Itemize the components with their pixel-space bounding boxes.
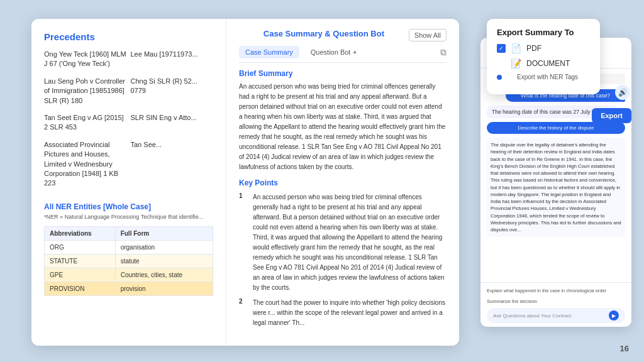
suggestion-2[interactable]: Summarize the decision [487, 297, 625, 305]
export-option-doc[interactable]: 📝 DOCUMENT [497, 58, 590, 69]
brief-summary-text: An accused person who was being tried fo… [239, 82, 447, 172]
pdf-checkbox[interactable]: ✓ [497, 44, 506, 53]
ner-abbr: ORG [45, 240, 116, 254]
ner-abbr: STATUTE [45, 254, 116, 268]
precedents-list: Ong Yew Teck [1960] MLM J 67 ('Ong Yew T… [44, 50, 213, 192]
ner-full: organisation [115, 240, 213, 254]
page-number: 16 [620, 344, 629, 353]
pdf-label: PDF [526, 44, 541, 53]
mini-input-row: Ask Questions about Your Contract ▶ [487, 308, 625, 323]
list-item: Tan Seet Eng v AG [2015] 2 SLR 453 [44, 113, 127, 133]
send-button[interactable]: ▶ [609, 310, 619, 321]
ner-full: statute [115, 254, 213, 268]
tab-case-summary[interactable]: Case Summary [239, 46, 299, 58]
ner-full: provision [115, 282, 213, 295]
list-item: Chng Si SLR (R) 52... 0779 [131, 77, 214, 106]
mini-panel-body: You may ask question about the case here… [480, 69, 631, 301]
table-row: PROVISION provision [45, 282, 213, 295]
show-all-button[interactable]: Show All [409, 29, 447, 41]
copy-icon[interactable]: ⧉ [440, 47, 447, 58]
ner-col-full: Full Form [115, 226, 213, 240]
table-row: GPE Countries, cities, state [45, 268, 213, 282]
list-item: SLR SIN Eng v Atto... [131, 113, 214, 133]
ner-abbr: GPE [45, 268, 116, 282]
ner-col-abbr: Abbreviations [45, 226, 116, 240]
list-item: Lau Seng Poh v Controller of Immigration… [44, 77, 127, 106]
ner-subtitle: *NER = Natural Language Processing Techn… [44, 214, 213, 220]
brief-summary-title: Brief Summary [239, 69, 447, 78]
chat-action-1[interactable]: Describe the history of the dispute [487, 122, 625, 134]
export-dropdown: Export Summary To ✓ 📄 PDF 📝 DOCUMENT Exp… [487, 19, 600, 94]
list-item: Lee Mau [19711973... [131, 50, 214, 69]
ner-table: Abbreviations Full Form ORG organisation… [44, 226, 213, 296]
doc-spacer [497, 59, 506, 68]
speaker-icon[interactable]: 🔊 [615, 85, 630, 100]
export-option-pdf[interactable]: ✓ 📄 PDF [497, 43, 590, 53]
precedents-title: Precedents [44, 31, 213, 42]
content-area: Show All Case Summary & Question Bot Cas… [226, 19, 459, 346]
chat-body-text: The dispute over the legality of detaine… [487, 138, 625, 237]
export-button[interactable]: Export [592, 108, 631, 123]
table-row: ORG organisation [45, 240, 213, 254]
mini-panel-footer: Explain what happened in the case in chr… [480, 282, 631, 327]
ner-full: Countries, cities, state [115, 268, 213, 282]
key-point-2: 2 The court had the power to inquire int… [239, 298, 447, 328]
list-item: Tan See... [131, 140, 214, 189]
key-point-1: 1 An accused person who was being tried … [239, 192, 447, 293]
sidebar: Precedents Ong Yew Teck [1960] MLM J 67 … [31, 19, 226, 346]
tab-question-bot[interactable]: Question Bot ✦ [304, 46, 364, 58]
list-item: Ong Yew Teck [1960] MLM J 67 ('Ong Yew T… [44, 50, 127, 69]
ner-tags-label: Export with NER Tags [517, 74, 578, 80]
ner-abbr: PROVISION [45, 282, 116, 295]
pdf-icon: 📄 [511, 43, 521, 53]
ner-bullet [497, 75, 502, 80]
key-points-title: Key Points [239, 178, 447, 187]
doc-label: DOCUMENT [526, 59, 570, 68]
tabs-row: Case Summary Question Bot ✦ ⧉ [239, 46, 447, 63]
ner-section-title: All NER Entities [Whole Case] [44, 202, 213, 211]
doc-icon: 📝 [511, 58, 521, 69]
main-panel: Precedents Ong Yew Teck [1960] MLM J 67 … [31, 19, 459, 346]
suggestion-1[interactable]: Explain what happened in the case in chr… [487, 287, 625, 295]
mini-input-placeholder: Ask Questions about Your Contract [493, 313, 572, 319]
table-row: STATUTE statute [45, 254, 213, 268]
list-item: Associated Provincial Pictures and House… [44, 140, 127, 189]
export-option-ner[interactable]: Export with NER Tags [497, 74, 590, 80]
sparkle-icon: ✦ [352, 49, 357, 56]
export-dropdown-title: Export Summary To [497, 28, 590, 37]
